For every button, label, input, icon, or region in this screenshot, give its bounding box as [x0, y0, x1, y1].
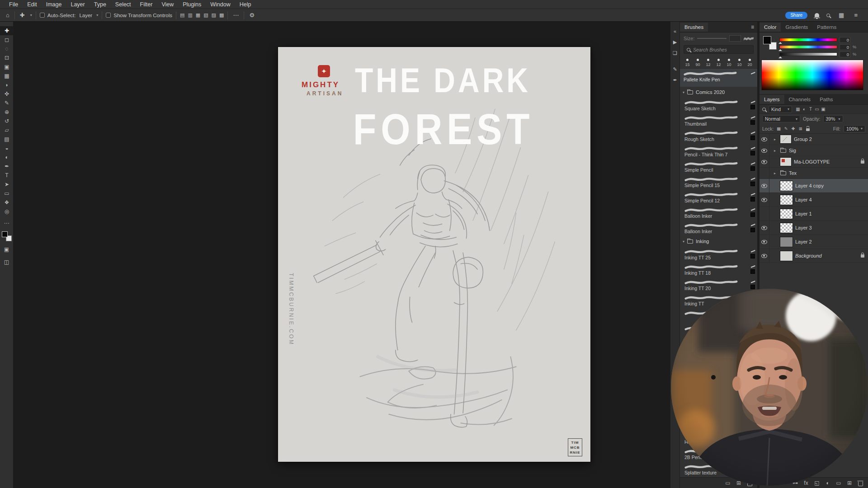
history-brush-tool[interactable]: ↺	[0, 117, 14, 126]
brush-search-input[interactable]: Search Brushes	[684, 45, 754, 54]
filter-smart-objects-icon[interactable]: ▣	[820, 107, 826, 112]
layer-group-icon[interactable]: ▭	[834, 479, 844, 487]
share-button[interactable]: Share	[785, 12, 807, 19]
layer-row-layer-3[interactable]: ▸ Layer 3	[760, 221, 868, 235]
color-slider-ramp[interactable]	[779, 38, 837, 42]
brush-square-sketch[interactable]: ▾ Square Sketch Square Sketch	[680, 98, 757, 113]
hand-tool[interactable]: ❖	[0, 198, 14, 207]
screen-mode-button[interactable]: ◫	[0, 258, 14, 267]
layer-thumbnail[interactable]	[780, 158, 791, 166]
brush-comics-2020[interactable]: ▾ Comics 2020 Comics 2020	[680, 87, 757, 98]
crop-tool[interactable]: ▣	[0, 62, 14, 71]
layer-row-sig[interactable]: ▸ Sig	[760, 145, 868, 156]
visibility-toggle[interactable]	[760, 235, 769, 249]
tab-layers[interactable]: Layers	[760, 95, 784, 104]
more-options-icon[interactable]: ⋯	[231, 12, 240, 19]
layer-row-ma-logotype[interactable]: ▸ Ma-LOGOTYPE	[760, 156, 868, 168]
brush-inking-tt-25[interactable]: ▾ Inking TT 25 Inking TT 25	[680, 247, 757, 262]
document-canvas[interactable]: ✦ MIGHTY ARTISAN THE DARK FOREST TIMMCBU…	[278, 47, 590, 462]
collapse-panels-icon[interactable]: «	[671, 27, 679, 35]
folder-expand-icon[interactable]: ▾	[683, 239, 684, 244]
frame-tool[interactable]: ▦	[0, 71, 14, 80]
brush-inking[interactable]: ▾ Inking Inking	[680, 236, 757, 247]
workspace-settings-icon[interactable]: ⚙	[248, 12, 256, 19]
tab-channels[interactable]: Channels	[784, 95, 816, 104]
quick-mask-button[interactable]: ▣	[0, 245, 14, 254]
eraser-tool[interactable]: ▱	[0, 126, 14, 135]
tab-color[interactable]: Color	[760, 23, 781, 32]
brush-tip-preset[interactable]: 10	[735, 59, 744, 67]
brush-tool[interactable]: ✎	[0, 99, 14, 108]
auto-select-checkbox[interactable]	[40, 13, 45, 18]
filter-pixel-layers-icon[interactable]: ▦	[795, 107, 801, 112]
lock-image-pixels-icon[interactable]: ✎	[783, 125, 789, 132]
menu-filter[interactable]: Filter	[136, 0, 157, 9]
visibility-toggle[interactable]	[760, 207, 769, 221]
brush-inking-tt-18[interactable]: ▾ Inking TT 18 Inking TT 18	[680, 262, 757, 277]
comments-panel-icon[interactable]: ❏	[671, 49, 679, 57]
menu-select[interactable]: Select	[111, 0, 136, 9]
filter-adjustment-layers-icon[interactable]: ◐	[801, 107, 807, 112]
visibility-toggle[interactable]	[760, 193, 769, 206]
lock-artboard-icon[interactable]: ⊞	[797, 125, 803, 132]
foreground-background-swatches[interactable]	[763, 36, 777, 50]
layer-row-group-2[interactable]: ▸ Group 2	[760, 134, 868, 145]
clone-stamp-tool[interactable]: ⊕	[0, 108, 14, 117]
menu-plugins[interactable]: Plugins	[178, 0, 206, 9]
filter-shape-layers-icon[interactable]: ▭	[814, 107, 820, 112]
layer-thumbnail[interactable]	[780, 195, 793, 205]
layer-row-layer-1[interactable]: ▸ Layer 1	[760, 207, 868, 221]
workspace-switcher-icon[interactable]: ▦	[837, 12, 845, 19]
gradient-tool[interactable]: ▤	[0, 135, 14, 144]
move-tool[interactable]: ✚	[0, 26, 14, 35]
tab-paths[interactable]: Paths	[815, 95, 837, 104]
brush-simple-pencil[interactable]: ▾ Simple Pencil Simple Pencil	[680, 159, 757, 174]
layer-thumbnail[interactable]	[780, 135, 791, 143]
group-expand-icon[interactable]: ▸	[774, 137, 778, 141]
menu-icon[interactable]: ≡	[853, 12, 859, 19]
type-tool[interactable]: T	[0, 171, 14, 180]
eyedropper-tool[interactable]: ◗	[0, 80, 14, 89]
visibility-toggle[interactable]	[760, 179, 769, 192]
distribute-top-icon[interactable]: ▧	[203, 12, 208, 18]
lock-transparent-pixels-icon[interactable]: ▦	[776, 125, 782, 132]
layer-thumbnail[interactable]	[780, 181, 793, 191]
visibility-toggle[interactable]	[760, 249, 769, 263]
brush-size-slider[interactable]	[697, 38, 726, 39]
visibility-toggle[interactable]	[760, 134, 769, 145]
brush-thumbnail[interactable]: ▾ Thumbnail Thumbnail	[680, 113, 757, 128]
group-expand-icon[interactable]: ▸	[774, 171, 778, 175]
menu-edit[interactable]: Edit	[23, 0, 42, 9]
notifications-bell-icon[interactable]	[815, 13, 819, 17]
show-transform-toggle[interactable]: Show Transform Controls	[106, 13, 172, 18]
brush-size-value[interactable]	[729, 35, 741, 42]
foreground-color-swatch[interactable]	[763, 36, 771, 44]
menu-image[interactable]: Image	[42, 0, 66, 9]
tab-patterns[interactable]: Patterns	[812, 23, 841, 32]
menu-window[interactable]: Window	[206, 0, 235, 9]
brush-inking-tt-20[interactable]: ▾ Inking TT 20 Inking TT 20	[680, 277, 757, 293]
brush-tip-preset[interactable]: 12	[703, 59, 713, 67]
menu-view[interactable]: View	[157, 0, 178, 9]
healing-brush-tool[interactable]: ✜	[0, 89, 14, 99]
opacity-dropdown[interactable]: 39% ▾	[823, 115, 843, 122]
show-transform-checkbox[interactable]	[106, 13, 111, 18]
brush-tip-preset[interactable]: 15	[683, 59, 692, 67]
brush-settings-panel-icon[interactable]: ✎	[671, 65, 679, 73]
new-brush-group-icon[interactable]: ▭	[723, 479, 733, 487]
menu-file[interactable]: File	[5, 0, 23, 9]
brush-balloon-inker[interactable]: ▾ Balloon Inker Balloon Inker	[680, 221, 757, 236]
lock-position-icon[interactable]: ✚	[790, 125, 796, 132]
menu-layer[interactable]: Layer	[66, 0, 89, 9]
filter-kind-dropdown[interactable]: Kind ▾	[769, 106, 792, 113]
adjustment-layer-icon[interactable]: ◐	[823, 479, 833, 487]
layer-row-layer-4[interactable]: ▸ Layer 4	[760, 193, 868, 207]
pen-tool[interactable]: ✒	[0, 162, 14, 171]
visibility-toggle[interactable]	[760, 168, 769, 178]
filter-type-layers-icon[interactable]: T	[807, 107, 814, 112]
tab-gradients[interactable]: Gradients	[781, 23, 812, 32]
selected-brush[interactable]: Pallete Knife Pen	[680, 69, 757, 87]
foreground-color-swatch[interactable]	[2, 231, 8, 237]
blur-tool[interactable]: ◒	[0, 144, 14, 153]
color-slider-value[interactable]: 0	[840, 37, 850, 43]
